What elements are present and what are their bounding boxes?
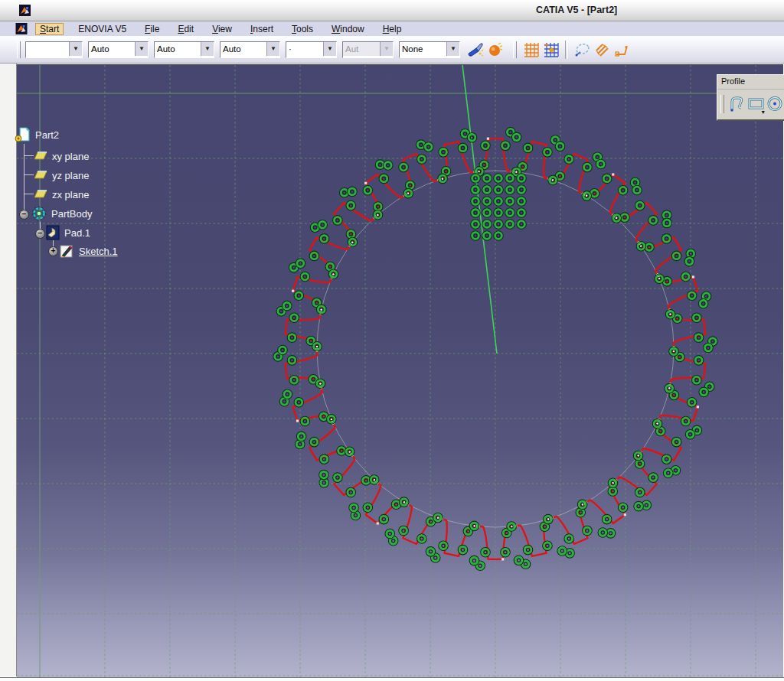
coincidence-constraint-icon[interactable] xyxy=(505,208,514,217)
coincidence-constraint-icon[interactable] xyxy=(602,514,611,523)
coincidence-constraint-icon[interactable] xyxy=(399,162,408,171)
expander-minus-icon[interactable]: − xyxy=(35,229,45,239)
coincidence-constraint-icon[interactable] xyxy=(583,162,592,171)
circle-tool-button[interactable] xyxy=(766,93,784,116)
chevron-down-icon[interactable]: ▼ xyxy=(446,42,459,56)
coincidence-constraint-icon[interactable] xyxy=(687,291,696,300)
coincidence-constraint-icon[interactable] xyxy=(517,174,526,183)
coincidence-constraint-icon[interactable] xyxy=(494,185,503,194)
coincidence-constraint-icon[interactable] xyxy=(694,356,703,365)
copy-graphic-properties-button[interactable] xyxy=(466,41,485,59)
sketch-axis-line[interactable] xyxy=(462,65,497,354)
coincidence-constraint-icon[interactable] xyxy=(384,161,393,170)
menu-tools[interactable]: Tools xyxy=(288,23,317,35)
coincidence-constraint-icon[interactable] xyxy=(494,197,503,206)
toolbar-grip[interactable] xyxy=(720,95,724,113)
coincidence-constraint-icon[interactable] xyxy=(467,132,476,142)
coincidence-constraint-icon[interactable] xyxy=(309,437,318,446)
coincidence-constraint-icon[interactable] xyxy=(692,375,701,384)
coincidence-constraint-icon[interactable] xyxy=(287,356,296,365)
coincidence-constraint-icon[interactable] xyxy=(482,174,492,183)
coincidence-constraint-icon[interactable] xyxy=(684,256,694,266)
coincidence-constraint-icon[interactable] xyxy=(618,503,627,512)
snap-to-point-button[interactable] xyxy=(542,41,560,59)
coincidence-constraint-icon[interactable] xyxy=(482,185,492,194)
coincidence-constraint-icon[interactable] xyxy=(385,529,394,538)
coincidence-constraint-icon[interactable] xyxy=(618,185,627,194)
coincidence-constraint-icon[interactable] xyxy=(379,174,388,183)
coincidence-constraint-icon[interactable] xyxy=(511,132,521,142)
coincidence-constraint-icon[interactable] xyxy=(704,343,713,352)
coincidence-constraint-icon[interactable] xyxy=(482,220,492,229)
coincidence-constraint-icon[interactable] xyxy=(346,487,355,497)
chevron-down-icon[interactable]: ▼ xyxy=(135,42,148,56)
chevron-down-icon[interactable]: ▼ xyxy=(760,109,766,115)
coincidence-constraint-icon[interactable] xyxy=(363,503,372,512)
coincidence-constraint-icon[interactable] xyxy=(505,197,514,206)
coincidence-constraint-icon[interactable] xyxy=(564,155,573,164)
menu-enovia-v5[interactable]: ENOVIA V5 xyxy=(74,23,130,35)
coincidence-constraint-icon[interactable] xyxy=(417,155,426,164)
coincidence-constraint-icon[interactable] xyxy=(471,231,480,240)
coincidence-constraint-icon[interactable] xyxy=(517,197,526,206)
second-auto-combo[interactable]: Auto▼ xyxy=(154,41,214,58)
tree-item-zx-plane[interactable]: zx plane xyxy=(34,187,89,202)
coincidence-constraint-icon[interactable] xyxy=(439,541,448,550)
coincidence-constraint-icon[interactable] xyxy=(471,220,480,229)
coincidence-constraint-icon[interactable] xyxy=(319,470,328,479)
coincidence-constraint-icon[interactable] xyxy=(283,301,292,310)
coincidence-constraint-icon[interactable] xyxy=(596,159,606,168)
coincidence-constraint-icon[interactable] xyxy=(635,487,645,497)
coincidence-constraint-icon[interactable] xyxy=(543,541,552,550)
coincidence-constraint-icon[interactable] xyxy=(687,398,696,407)
coincidence-constraint-icon[interactable] xyxy=(278,345,287,354)
coincidence-constraint-icon[interactable] xyxy=(564,534,573,543)
coincidence-constraint-icon[interactable] xyxy=(517,208,526,217)
sketch-canvas[interactable] xyxy=(17,65,783,677)
geometrical-constraints-button[interactable] xyxy=(593,41,611,59)
coincidence-constraint-icon[interactable] xyxy=(681,272,690,281)
coincidence-constraint-icon[interactable] xyxy=(602,174,611,183)
coincidence-constraint-icon[interactable] xyxy=(517,220,526,229)
coincidence-constraint-icon[interactable] xyxy=(309,251,318,260)
coincidence-constraint-icon[interactable] xyxy=(543,148,552,157)
menu-insert[interactable]: Insert xyxy=(247,23,277,35)
coincidence-constraint-icon[interactable] xyxy=(694,333,703,342)
tree-item-pad1[interactable]: Pad.1 xyxy=(44,225,90,240)
coincidence-constraint-icon[interactable] xyxy=(439,148,448,157)
tree-item-sketch1[interactable]: Sketch.1 xyxy=(58,243,118,259)
coincidence-constraint-icon[interactable] xyxy=(481,141,490,150)
coincidence-constraint-icon[interactable] xyxy=(501,141,510,150)
coincidence-constraint-icon[interactable] xyxy=(634,501,643,510)
coincidence-constraint-icon[interactable] xyxy=(648,216,658,225)
coincidence-constraint-icon[interactable] xyxy=(632,185,642,194)
coincidence-constraint-icon[interactable] xyxy=(648,473,658,482)
coincidence-constraint-icon[interactable] xyxy=(426,547,435,556)
third-auto-combo[interactable]: Auto▼ xyxy=(220,41,280,58)
coincidence-constraint-icon[interactable] xyxy=(494,231,503,240)
coincidence-constraint-icon[interactable] xyxy=(514,556,523,565)
coincidence-constraint-icon[interactable] xyxy=(482,197,492,206)
apply-material-button[interactable] xyxy=(486,41,505,59)
tree-item-partbody[interactable]: PartBody xyxy=(31,206,92,221)
coincidence-constraint-icon[interactable] xyxy=(318,220,327,230)
coincidence-constraint-icon[interactable] xyxy=(363,185,372,194)
coincidence-constraint-icon[interactable] xyxy=(501,547,510,556)
tree-item-part2[interactable]: Part2 xyxy=(15,127,59,142)
coincidence-constraint-icon[interactable] xyxy=(505,220,514,229)
coincidence-constraint-icon[interactable] xyxy=(494,220,503,229)
coincidence-constraint-icon[interactable] xyxy=(505,174,514,183)
chevron-down-icon[interactable]: ▼ xyxy=(201,42,214,56)
coincidence-constraint-icon[interactable] xyxy=(671,437,681,446)
rectangle-tool-button[interactable]: ▼ xyxy=(747,93,766,116)
coincidence-constraint-icon[interactable] xyxy=(399,526,408,535)
coincidence-constraint-icon[interactable] xyxy=(319,234,328,243)
expander-minus-icon[interactable]: − xyxy=(19,210,29,220)
tree-item-xy-plane[interactable]: xy plane xyxy=(34,148,89,164)
coincidence-constraint-icon[interactable] xyxy=(494,174,503,183)
coincidence-constraint-icon[interactable] xyxy=(692,313,701,322)
line-type-combo[interactable]: ▼ xyxy=(25,41,83,58)
coincidence-constraint-icon[interactable] xyxy=(555,142,564,151)
coincidence-constraint-icon[interactable] xyxy=(664,468,673,477)
coincidence-constraint-icon[interactable] xyxy=(458,143,467,152)
